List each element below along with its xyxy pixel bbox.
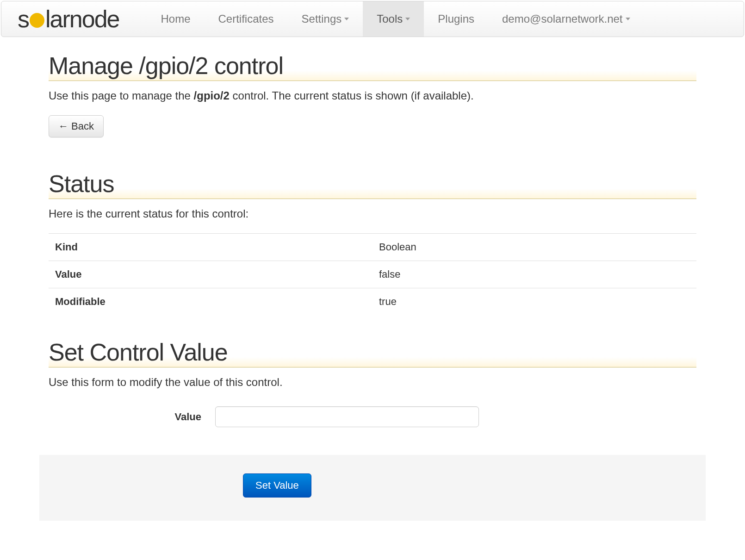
status-value: true [372, 288, 696, 316]
value-input[interactable] [215, 406, 479, 427]
table-row: Modifiable true [49, 288, 696, 316]
nav-label: Home [161, 12, 190, 25]
table-row: Kind Boolean [49, 234, 696, 261]
nav-item-plugins[interactable]: Plugins [424, 1, 488, 37]
chevron-down-icon [626, 18, 630, 20]
value-form-row: Value [49, 402, 696, 427]
navbar: slarnode Home Certificates Settings Tool… [1, 1, 744, 37]
nav-item-settings[interactable]: Settings [288, 1, 363, 37]
status-section: Status Here is the current status for th… [49, 170, 696, 315]
nav-label: Tools [377, 12, 403, 25]
nav-label: Plugins [438, 12, 474, 25]
nav-item-home[interactable]: Home [147, 1, 204, 37]
desc-bold: /gpio/2 [194, 89, 230, 102]
page-title: Manage /gpio/2 control [49, 52, 696, 81]
page-header-section: Manage /gpio/2 control Use this page to … [49, 52, 696, 156]
brand-prefix: s [18, 5, 29, 33]
status-heading: Status [49, 170, 696, 199]
brand-suffix: larnode [45, 5, 119, 33]
status-key: Modifiable [49, 288, 372, 316]
chevron-down-icon [344, 18, 349, 20]
status-key: Value [49, 261, 372, 288]
main-container: Manage /gpio/2 control Use this page to … [39, 38, 706, 548]
back-label: Back [71, 120, 94, 132]
status-value: Boolean [372, 234, 696, 261]
set-value-description: Use this form to modify the value of thi… [49, 376, 696, 389]
status-table: Kind Boolean Value false Modifiable true [49, 233, 696, 315]
set-value-heading: Set Control Value [49, 338, 696, 367]
desc-suffix: control. The current status is shown (if… [230, 89, 474, 102]
value-label: Value [49, 411, 215, 423]
back-button[interactable]: ← Back [49, 115, 104, 137]
arrow-left-icon: ← [58, 120, 68, 132]
set-value-section: Set Control Value Use this form to modif… [49, 338, 696, 521]
brand-o-icon [30, 13, 44, 28]
nav-item-certificates[interactable]: Certificates [205, 1, 288, 37]
nav-label: Certificates [218, 12, 274, 25]
set-value-button[interactable]: Set Value [243, 473, 311, 498]
status-value: false [372, 261, 696, 288]
page-description: Use this page to manage the /gpio/2 cont… [49, 89, 696, 102]
brand-logo[interactable]: slarnode [18, 5, 119, 33]
nav-item-tools[interactable]: Tools [363, 1, 424, 37]
chevron-down-icon [405, 18, 410, 20]
nav-links: Home Certificates Settings Tools Plugins… [147, 1, 644, 37]
nav-label: Settings [302, 12, 342, 25]
form-footer: Set Value [39, 455, 706, 521]
table-row: Value false [49, 261, 696, 288]
status-description: Here is the current status for this cont… [49, 207, 696, 220]
nav-item-user[interactable]: demo@solarnetwork.net [488, 1, 644, 37]
desc-prefix: Use this page to manage the [49, 89, 194, 102]
nav-label: demo@solarnetwork.net [502, 12, 622, 25]
status-key: Kind [49, 234, 372, 261]
